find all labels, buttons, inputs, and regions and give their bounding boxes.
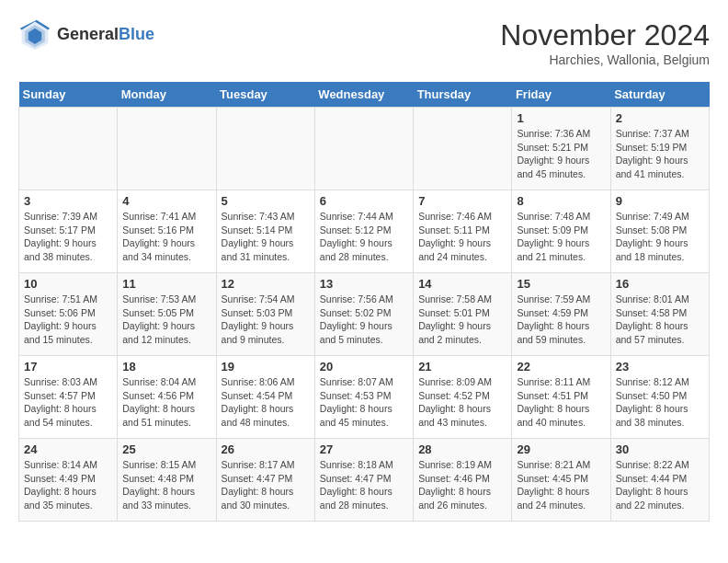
day-number: 16 (616, 277, 704, 291)
day-number: 24 (24, 442, 112, 456)
day-number: 27 (320, 442, 408, 456)
week-row-1: 1Sunrise: 7:36 AM Sunset: 5:21 PM Daylig… (19, 108, 710, 190)
day-cell: 11Sunrise: 7:53 AM Sunset: 5:05 PM Dayli… (118, 273, 216, 356)
day-cell: 22Sunrise: 8:11 AM Sunset: 4:51 PM Dayli… (512, 356, 610, 439)
day-number: 19 (222, 360, 310, 373)
day-number: 10 (24, 277, 112, 291)
day-cell (19, 108, 118, 190)
day-number: 18 (122, 360, 210, 373)
day-cell: 6Sunrise: 7:44 AM Sunset: 5:12 PM Daylig… (314, 190, 413, 273)
day-number: 8 (517, 194, 605, 208)
day-number: 7 (418, 194, 506, 208)
day-number: 5 (222, 194, 310, 208)
header-cell-friday: Friday (512, 82, 610, 108)
day-info: Sunrise: 7:48 AM Sunset: 5:09 PM Dayligh… (517, 210, 605, 264)
day-info: Sunrise: 8:12 AM Sunset: 4:50 PM Dayligh… (616, 375, 704, 430)
header-cell-wednesday: Wednesday (314, 82, 413, 108)
day-info: Sunrise: 7:44 AM Sunset: 5:12 PM Dayligh… (320, 210, 408, 264)
day-number: 29 (517, 442, 605, 456)
day-info: Sunrise: 7:46 AM Sunset: 5:11 PM Dayligh… (418, 210, 506, 264)
day-number: 30 (616, 442, 704, 456)
day-info: Sunrise: 8:21 AM Sunset: 4:45 PM Dayligh… (517, 458, 605, 512)
header-cell-monday: Monday (118, 82, 216, 108)
day-cell (216, 108, 314, 190)
logo-blue: Blue (119, 25, 154, 43)
week-row-2: 3Sunrise: 7:39 AM Sunset: 5:17 PM Daylig… (19, 190, 710, 273)
day-number: 25 (122, 442, 210, 456)
header-cell-sunday: Sunday (19, 82, 118, 108)
day-number: 15 (517, 277, 605, 291)
header-cell-tuesday: Tuesday (216, 82, 314, 108)
day-cell: 12Sunrise: 7:54 AM Sunset: 5:03 PM Dayli… (216, 273, 314, 356)
day-cell: 18Sunrise: 8:04 AM Sunset: 4:56 PM Dayli… (118, 356, 216, 439)
day-number: 28 (418, 442, 506, 456)
day-cell (414, 108, 512, 190)
day-cell: 8Sunrise: 7:48 AM Sunset: 5:09 PM Daylig… (512, 190, 610, 273)
logo: GeneralBlue (18, 18, 154, 52)
day-cell: 16Sunrise: 8:01 AM Sunset: 4:58 PM Dayli… (610, 273, 709, 356)
day-cell: 25Sunrise: 8:15 AM Sunset: 4:48 PM Dayli… (118, 439, 216, 522)
day-info: Sunrise: 8:19 AM Sunset: 4:46 PM Dayligh… (418, 458, 506, 512)
day-info: Sunrise: 8:15 AM Sunset: 4:48 PM Dayligh… (122, 458, 210, 512)
day-cell: 20Sunrise: 8:07 AM Sunset: 4:53 PM Dayli… (314, 356, 413, 439)
day-cell: 27Sunrise: 8:18 AM Sunset: 4:47 PM Dayli… (314, 439, 413, 522)
day-cell: 14Sunrise: 7:58 AM Sunset: 5:01 PM Dayli… (414, 273, 512, 356)
day-number: 1 (517, 111, 605, 125)
day-cell: 1Sunrise: 7:36 AM Sunset: 5:21 PM Daylig… (512, 108, 610, 190)
day-cell: 30Sunrise: 8:22 AM Sunset: 4:44 PM Dayli… (610, 439, 709, 522)
day-cell: 4Sunrise: 7:41 AM Sunset: 5:16 PM Daylig… (118, 190, 216, 273)
day-cell: 9Sunrise: 7:49 AM Sunset: 5:08 PM Daylig… (610, 190, 709, 273)
logo-general: General (57, 25, 119, 43)
week-row-3: 10Sunrise: 7:51 AM Sunset: 5:06 PM Dayli… (19, 273, 710, 356)
day-number: 2 (616, 111, 704, 125)
header-row: SundayMondayTuesdayWednesdayThursdayFrid… (19, 82, 710, 108)
day-info: Sunrise: 7:37 AM Sunset: 5:19 PM Dayligh… (616, 127, 704, 181)
day-info: Sunrise: 8:22 AM Sunset: 4:44 PM Dayligh… (616, 458, 704, 512)
title-block: November 2024 Harchies, Wallonia, Belgiu… (500, 18, 710, 67)
day-number: 12 (222, 277, 310, 291)
day-info: Sunrise: 7:51 AM Sunset: 5:06 PM Dayligh… (24, 293, 112, 347)
day-cell: 17Sunrise: 8:03 AM Sunset: 4:57 PM Dayli… (19, 356, 118, 439)
day-number: 3 (24, 194, 112, 208)
day-cell: 24Sunrise: 8:14 AM Sunset: 4:49 PM Dayli… (19, 439, 118, 522)
day-number: 20 (320, 360, 408, 373)
day-info: Sunrise: 8:18 AM Sunset: 4:47 PM Dayligh… (320, 458, 408, 512)
logo-text: GeneralBlue (57, 25, 154, 45)
subtitle: Harchies, Wallonia, Belgium (500, 52, 710, 67)
day-info: Sunrise: 7:39 AM Sunset: 5:17 PM Dayligh… (24, 210, 112, 264)
day-number: 6 (320, 194, 408, 208)
day-info: Sunrise: 7:54 AM Sunset: 5:03 PM Dayligh… (222, 293, 310, 347)
day-cell: 3Sunrise: 7:39 AM Sunset: 5:17 PM Daylig… (19, 190, 118, 273)
day-info: Sunrise: 7:58 AM Sunset: 5:01 PM Dayligh… (418, 293, 506, 347)
month-title: November 2024 (500, 18, 710, 52)
day-number: 21 (418, 360, 506, 373)
calendar-body: 1Sunrise: 7:36 AM Sunset: 5:21 PM Daylig… (19, 108, 710, 522)
logo-icon (18, 18, 51, 52)
day-cell: 21Sunrise: 8:09 AM Sunset: 4:52 PM Dayli… (414, 356, 512, 439)
week-row-5: 24Sunrise: 8:14 AM Sunset: 4:49 PM Dayli… (19, 439, 710, 522)
day-number: 17 (24, 360, 112, 373)
day-cell: 26Sunrise: 8:17 AM Sunset: 4:47 PM Dayli… (216, 439, 314, 522)
day-cell: 19Sunrise: 8:06 AM Sunset: 4:54 PM Dayli… (216, 356, 314, 439)
day-info: Sunrise: 7:36 AM Sunset: 5:21 PM Dayligh… (517, 127, 605, 181)
day-cell: 13Sunrise: 7:56 AM Sunset: 5:02 PM Dayli… (314, 273, 413, 356)
day-cell: 28Sunrise: 8:19 AM Sunset: 4:46 PM Dayli… (414, 439, 512, 522)
day-number: 22 (517, 360, 605, 373)
header-cell-thursday: Thursday (414, 82, 512, 108)
day-number: 23 (616, 360, 704, 373)
day-number: 9 (616, 194, 704, 208)
day-info: Sunrise: 8:17 AM Sunset: 4:47 PM Dayligh… (222, 458, 310, 512)
day-info: Sunrise: 8:11 AM Sunset: 4:51 PM Dayligh… (517, 375, 605, 430)
day-number: 14 (418, 277, 506, 291)
day-cell (314, 108, 413, 190)
day-cell: 29Sunrise: 8:21 AM Sunset: 4:45 PM Dayli… (512, 439, 610, 522)
day-cell: 7Sunrise: 7:46 AM Sunset: 5:11 PM Daylig… (414, 190, 512, 273)
day-number: 26 (222, 442, 310, 456)
day-cell: 15Sunrise: 7:59 AM Sunset: 4:59 PM Dayli… (512, 273, 610, 356)
day-info: Sunrise: 8:07 AM Sunset: 4:53 PM Dayligh… (320, 375, 408, 430)
calendar-table: SundayMondayTuesdayWednesdayThursdayFrid… (18, 82, 710, 522)
day-info: Sunrise: 8:01 AM Sunset: 4:58 PM Dayligh… (616, 293, 704, 347)
day-info: Sunrise: 7:41 AM Sunset: 5:16 PM Dayligh… (122, 210, 210, 264)
day-cell: 10Sunrise: 7:51 AM Sunset: 5:06 PM Dayli… (19, 273, 118, 356)
day-info: Sunrise: 8:03 AM Sunset: 4:57 PM Dayligh… (24, 375, 112, 430)
